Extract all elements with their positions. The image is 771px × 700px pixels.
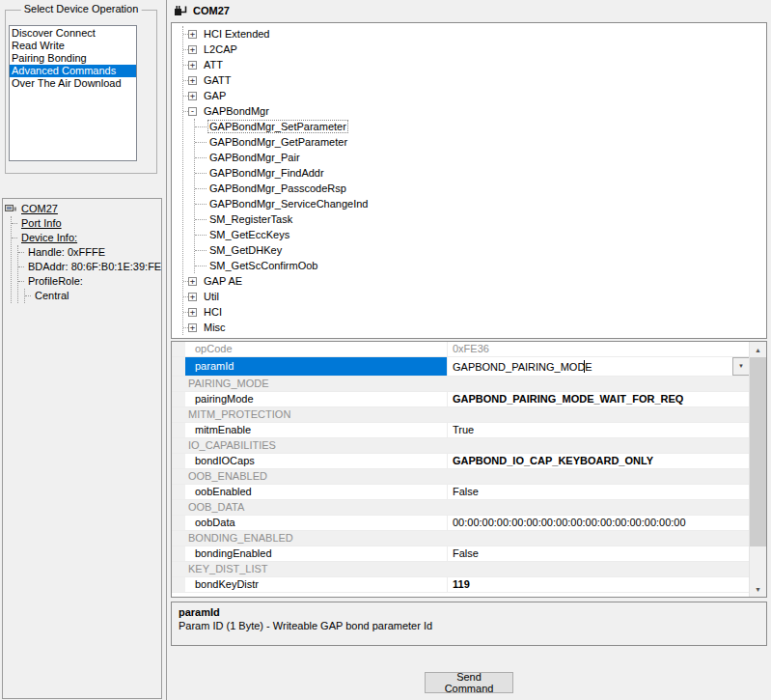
property-label[interactable]: mitmEnable — [185, 423, 448, 437]
tree-node-gap[interactable]: + GAP — [183, 88, 766, 103]
property-grid[interactable]: opCode 0xFE36 paramId ▼ PAIRING_MODE — [171, 341, 767, 598]
tree-node-setparameter[interactable]: GAPBondMgr_SetParameter — [195, 119, 766, 134]
list-item-pairing-bonding[interactable]: Pairing Bonding — [10, 52, 136, 65]
tree-node-gapbondmgr[interactable]: - GAPBondMgr — [183, 103, 766, 119]
list-item-advanced-commands[interactable]: Advanced Commands — [10, 65, 136, 77]
tree-node-getparameter[interactable]: GAPBondMgr_GetParameter — [195, 134, 766, 150]
tree-node-sm-registertask[interactable]: SM_RegisterTask — [195, 211, 766, 227]
tree-node-pair[interactable]: GAPBondMgr_Pair — [195, 150, 766, 165]
device-tab[interactable]: COM27 — [167, 0, 771, 21]
tree-node-gap-ae[interactable]: + GAP AE — [183, 273, 766, 289]
property-row-paramid[interactable]: paramId ▼ — [172, 357, 750, 377]
scrollbar-vertical[interactable]: ▲ ▼ — [749, 342, 766, 597]
category-row-mitm-protection[interactable]: MITM_PROTECTION — [172, 407, 750, 423]
combo-dropdown-button[interactable]: ▼ — [732, 357, 750, 376]
category-row-pairing-mode[interactable]: PAIRING_MODE — [172, 377, 750, 392]
property-row-bondkeydistr[interactable]: bondKeyDistr 119 — [172, 577, 750, 593]
expand-icon[interactable]: + — [188, 61, 197, 70]
property-row-mitmenable[interactable]: mitmEnable True — [172, 423, 750, 438]
send-command-button[interactable]: Send Command — [425, 672, 513, 693]
tree-node-sm-getdhkey[interactable]: SM_GetDHKey — [195, 242, 766, 258]
tree-item-device-info[interactable]: Device Info: — [12, 231, 161, 245]
property-value[interactable]: False — [448, 485, 750, 499]
category-row-bonding-enabled[interactable]: BONDING_ENABLED — [172, 531, 750, 546]
tree-item-label: Device Info: — [19, 231, 79, 245]
tree-node-label: GAPBondMgr_PasscodeRsp — [207, 182, 348, 195]
category-row-oob-enabled[interactable]: OOB_ENABLED — [172, 469, 750, 485]
property-row-opcode[interactable]: opCode 0xFE36 — [172, 342, 750, 357]
property-value[interactable]: True — [448, 423, 750, 437]
paramid-combo-input[interactable] — [448, 357, 732, 376]
property-label[interactable]: pairingMode — [185, 392, 448, 406]
tree-node-sm-getecckeys[interactable]: SM_GetEccKeys — [195, 227, 766, 242]
category-row-key-dist-list[interactable]: KEY_DIST_LIST — [172, 562, 750, 577]
row-gutter — [172, 562, 185, 576]
device-operation-list[interactable]: Discover Connect Read Write Pairing Bond… — [9, 25, 137, 161]
text-caret — [584, 360, 585, 373]
row-gutter — [172, 342, 185, 356]
tree-node-l2cap[interactable]: + L2CAP — [183, 42, 766, 57]
property-value[interactable]: 119 — [448, 577, 750, 592]
expand-icon[interactable]: + — [188, 45, 197, 54]
tree-node-label: ATT — [202, 58, 225, 71]
property-label[interactable]: oobData — [185, 516, 448, 530]
tree-item-central[interactable]: Central — [25, 289, 161, 303]
expand-icon[interactable]: + — [188, 76, 197, 85]
property-label[interactable]: paramId — [185, 357, 448, 376]
expand-icon[interactable]: + — [188, 293, 197, 301]
command-tree[interactable]: + HCI Extended + L2CAP + ATT + GATT + GA… — [171, 22, 767, 339]
tree-item-handle[interactable]: Handle: 0xFFFE — [18, 245, 161, 260]
paramid-combobox[interactable]: ▼ — [448, 357, 750, 376]
property-value[interactable]: 00:00:00:00:00:00:00:00:00:00:00:00:00:0… — [448, 516, 750, 530]
tree-node-misc[interactable]: + Misc — [183, 320, 766, 335]
tree-item-bdaddr[interactable]: BDAddr: 80:6F:B0:1E:39:FE — [18, 260, 161, 274]
row-gutter — [172, 357, 185, 376]
category-row-io-capabilities[interactable]: IO_CAPABILITIES — [172, 438, 750, 454]
tree-node-passcodersp[interactable]: GAPBondMgr_PasscodeRsp — [195, 181, 766, 196]
property-value[interactable]: GAPBOND_IO_CAP_KEYBOARD_ONLY — [448, 454, 750, 468]
property-value[interactable]: False — [448, 546, 750, 561]
tree-item-profile-role[interactable]: ProfileRole: — [18, 274, 161, 289]
list-item-read-write[interactable]: Read Write — [10, 40, 136, 52]
expand-icon[interactable]: + — [188, 323, 197, 332]
property-label[interactable]: bondIOCaps — [185, 454, 448, 468]
property-row-oobdata[interactable]: oobData 00:00:00:00:00:00:00:00:00:00:00… — [172, 516, 750, 531]
scroll-down-button[interactable]: ▼ — [750, 581, 766, 597]
tree-node-servicechangeind[interactable]: GAPBondMgr_ServiceChangeInd — [195, 196, 766, 211]
tree-node-hci-extended[interactable]: + HCI Extended — [183, 26, 766, 42]
property-label[interactable]: bondingEnabled — [185, 546, 448, 561]
tab-title: COM27 — [193, 5, 230, 16]
property-row-pairingmode[interactable]: pairingMode GAPBOND_PAIRING_MODE_WAIT_FO… — [172, 392, 750, 407]
property-row-bondiocaps[interactable]: bondIOCaps GAPBOND_IO_CAP_KEYBOARD_ONLY — [172, 454, 750, 469]
tree-node-gatt[interactable]: + GATT — [183, 72, 766, 88]
tree-node-label: SM_RegisterTask — [207, 212, 294, 226]
property-label[interactable]: opCode — [185, 342, 448, 356]
property-row-oobenabled[interactable]: oobEnabled False — [172, 485, 750, 500]
expand-icon[interactable]: + — [188, 308, 197, 317]
collapse-icon[interactable]: - — [188, 107, 197, 116]
scrollbar-thumb[interactable] — [750, 357, 766, 546]
expand-icon[interactable]: + — [188, 30, 197, 39]
scroll-up-button[interactable]: ▲ — [750, 342, 766, 357]
expand-icon[interactable]: + — [188, 92, 197, 100]
tree-node-findaddr[interactable]: GAPBondMgr_FindAddr — [195, 165, 766, 181]
device-tree-root[interactable]: COM27 — [5, 202, 161, 216]
property-row-bondingenabled[interactable]: bondingEnabled False — [172, 546, 750, 562]
property-label[interactable]: oobEnabled — [185, 485, 448, 499]
list-item-discover-connect[interactable]: Discover Connect — [10, 27, 136, 40]
property-label[interactable]: bondKeyDistr — [185, 577, 448, 592]
tree-item-port-info[interactable]: Port Info — [12, 216, 161, 231]
tree-node-util[interactable]: + Util — [183, 289, 766, 304]
tree-item-label: BDAddr: 80:6F:B0:1E:39:FE — [26, 260, 163, 274]
category-row-oob-data[interactable]: OOB_DATA — [172, 500, 750, 516]
tree-node-sm-getscconfirmoob[interactable]: SM_GetScConfirmOob — [195, 258, 766, 273]
tree-node-label: GATT — [202, 73, 234, 87]
property-value[interactable]: GAPBOND_PAIRING_MODE_WAIT_FOR_REQ — [448, 392, 750, 406]
expand-icon[interactable]: + — [188, 277, 197, 286]
row-gutter — [172, 531, 185, 546]
tree-node-att[interactable]: + ATT — [183, 57, 766, 72]
tree-node-hci[interactable]: + HCI — [183, 304, 766, 320]
list-item-ota-download[interactable]: Over The Air Download — [10, 77, 136, 90]
category-label: KEY_DIST_LIST — [185, 562, 750, 576]
serial-connector-icon — [174, 4, 188, 17]
